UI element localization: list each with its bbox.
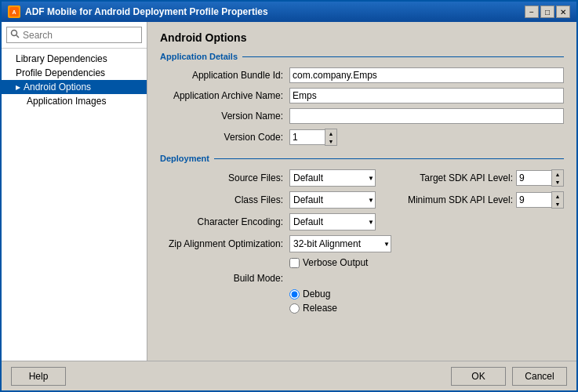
- minimum-sdk-spinner-buttons: ▲ ▼: [551, 191, 564, 209]
- cancel-button[interactable]: Cancel: [512, 367, 567, 386]
- version-code-spinner-buttons: ▲ ▼: [325, 129, 337, 146]
- class-files-row: Class Files: Default Include All Exclude…: [160, 191, 564, 209]
- class-files-label: Class Files:: [160, 194, 289, 205]
- release-radio-row: Release: [289, 303, 564, 314]
- sidebar-item-library-dependencies[interactable]: Library Dependencies: [2, 52, 147, 66]
- zip-alignment-row: Zip Alignment Optimization: 32-bit Align…: [160, 235, 564, 252]
- minimum-sdk-group: Minimum SDK API Level: ▲ ▼: [408, 191, 564, 209]
- sidebar-item-label: Application Images: [27, 96, 106, 107]
- target-sdk-input[interactable]: [516, 170, 551, 186]
- close-button[interactable]: ✕: [556, 5, 570, 18]
- minimum-sdk-label: Minimum SDK API Level:: [408, 194, 513, 205]
- bundle-id-input[interactable]: [289, 67, 564, 83]
- app-icon: A: [8, 5, 20, 18]
- bottom-right-buttons: OK Cancel: [451, 367, 567, 386]
- version-code-up-button[interactable]: ▲: [325, 129, 336, 137]
- archive-name-row: Application Archive Name:: [160, 88, 564, 103]
- zip-alignment-label: Zip Alignment Optimization:: [160, 238, 289, 249]
- sidebar-item-android-options[interactable]: ▶ Android Options: [2, 80, 147, 94]
- zip-alignment-dropdown-wrapper: 32-bit Alignment None ▼: [289, 235, 391, 252]
- version-code-spinner: ▲ ▼: [289, 129, 337, 146]
- deployment-label: Deployment: [160, 154, 214, 163]
- sidebar-item-application-images[interactable]: Application Images: [2, 94, 147, 108]
- titlebar-left: A ADF Mobile for Android Deployment Prof…: [8, 5, 268, 18]
- archive-name-input[interactable]: [289, 88, 564, 103]
- minimum-sdk-down-button[interactable]: ▼: [552, 200, 563, 208]
- svg-point-2: [12, 31, 17, 36]
- target-sdk-spinner: ▲ ▼: [516, 169, 564, 187]
- minimize-button[interactable]: −: [525, 5, 539, 18]
- content-area: Library Dependencies Profile Dependencie…: [2, 22, 576, 361]
- version-name-label: Version Name:: [160, 111, 289, 122]
- source-files-row: Source Files: Default Include All Exclud…: [160, 169, 564, 187]
- character-encoding-label: Character Encoding:: [160, 216, 289, 227]
- release-label: Release: [303, 303, 337, 314]
- version-code-input[interactable]: [289, 129, 325, 145]
- build-mode-radio-group: Debug Release: [289, 289, 564, 314]
- expand-arrow-icon: ▶: [16, 84, 20, 91]
- tree-navigation: Library Dependencies Profile Dependencie…: [2, 49, 147, 361]
- deployment-form: Source Files: Default Include All Exclud…: [160, 169, 564, 314]
- target-sdk-down-button[interactable]: ▼: [552, 178, 563, 186]
- class-files-select[interactable]: Default Include All Exclude All: [289, 191, 376, 209]
- ok-button[interactable]: OK: [451, 367, 506, 386]
- build-mode-label: Build Mode:: [160, 273, 289, 284]
- application-details-section-header: Application Details: [160, 52, 564, 61]
- window-title: ADF Mobile for Android Deployment Profil…: [25, 6, 268, 17]
- minimum-sdk-up-button[interactable]: ▲: [552, 192, 563, 200]
- deployment-section-line: [214, 158, 564, 159]
- help-button[interactable]: Help: [11, 367, 66, 386]
- source-files-dropdown-wrapper: Default Include All Exclude All ▼: [289, 169, 376, 187]
- version-code-row: Version Code: ▲ ▼: [160, 129, 564, 146]
- version-code-down-button[interactable]: ▼: [325, 137, 336, 145]
- source-files-select[interactable]: Default Include All Exclude All: [289, 169, 376, 187]
- build-mode-row: Build Mode:: [160, 273, 564, 284]
- target-sdk-label: Target SDK API Level:: [420, 172, 513, 183]
- panel-title: Android Options: [160, 31, 564, 44]
- verbose-output-checkbox[interactable]: [289, 258, 300, 268]
- search-wrapper: [6, 27, 142, 43]
- zip-alignment-select[interactable]: 32-bit Alignment None: [289, 235, 391, 252]
- target-sdk-spinner-buttons: ▲ ▼: [551, 169, 564, 187]
- application-details-form: Application Bundle Id: Application Archi…: [160, 67, 564, 146]
- titlebar: A ADF Mobile for Android Deployment Prof…: [2, 2, 576, 22]
- version-name-input[interactable]: [289, 108, 564, 124]
- svg-line-3: [16, 35, 19, 38]
- target-sdk-group: Target SDK API Level: ▲ ▼: [420, 169, 564, 187]
- main-window: A ADF Mobile for Android Deployment Prof…: [0, 0, 578, 392]
- left-panel: Library Dependencies Profile Dependencie…: [2, 22, 147, 361]
- character-encoding-dropdown-wrapper: Default UTF-8 ISO-8859-1 ▼: [289, 213, 376, 230]
- class-files-dropdown-wrapper: Default Include All Exclude All ▼: [289, 191, 376, 209]
- verbose-output-label: Verbose Output: [303, 257, 368, 268]
- search-icon: [10, 29, 20, 41]
- debug-label: Debug: [303, 289, 330, 299]
- target-sdk-up-button[interactable]: ▲: [552, 170, 563, 178]
- titlebar-buttons: − □ ✕: [525, 5, 570, 18]
- verbose-output-row: Verbose Output: [289, 257, 564, 268]
- sidebar-item-label: Profile Dependencies: [16, 67, 105, 78]
- search-input[interactable]: [23, 30, 138, 41]
- debug-radio[interactable]: [289, 289, 300, 299]
- character-encoding-row: Character Encoding: Default UTF-8 ISO-88…: [160, 213, 564, 230]
- bottom-bar: Help OK Cancel: [2, 361, 576, 390]
- bundle-id-row: Application Bundle Id:: [160, 67, 564, 83]
- sidebar-item-label: Library Dependencies: [16, 53, 107, 64]
- right-panel: Android Options Application Details Appl…: [147, 22, 576, 361]
- character-encoding-select[interactable]: Default UTF-8 ISO-8859-1: [289, 213, 376, 230]
- minimum-sdk-input[interactable]: [516, 192, 551, 208]
- source-files-label: Source Files:: [160, 172, 289, 183]
- version-code-label: Version Code:: [160, 132, 289, 143]
- application-details-label: Application Details: [160, 52, 242, 61]
- svg-text:A: A: [12, 9, 16, 15]
- sidebar-item-profile-dependencies[interactable]: Profile Dependencies: [2, 66, 147, 80]
- minimum-sdk-spinner: ▲ ▼: [516, 191, 564, 209]
- deployment-section-header: Deployment: [160, 154, 564, 163]
- search-box: [2, 22, 147, 49]
- bundle-id-label: Application Bundle Id:: [160, 70, 289, 81]
- sidebar-item-label: Android Options: [24, 82, 91, 93]
- release-radio[interactable]: [289, 303, 300, 314]
- archive-name-label: Application Archive Name:: [160, 90, 289, 101]
- version-name-row: Version Name:: [160, 108, 564, 124]
- maximize-button[interactable]: □: [540, 5, 554, 18]
- debug-radio-row: Debug: [289, 289, 564, 299]
